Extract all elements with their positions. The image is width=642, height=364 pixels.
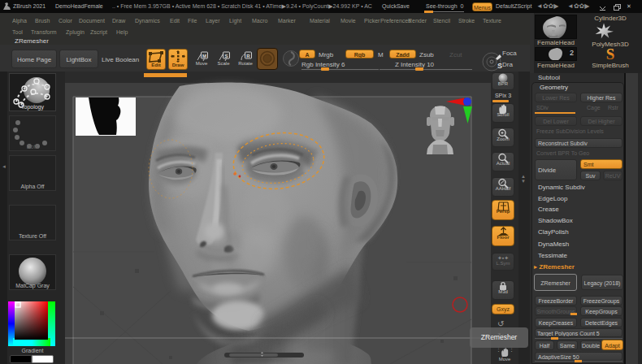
svg-text:S: S: [606, 47, 615, 61]
svg-text:S: S: [224, 54, 228, 58]
svg-text:M: M: [202, 54, 206, 58]
svg-text:R: R: [246, 54, 250, 58]
